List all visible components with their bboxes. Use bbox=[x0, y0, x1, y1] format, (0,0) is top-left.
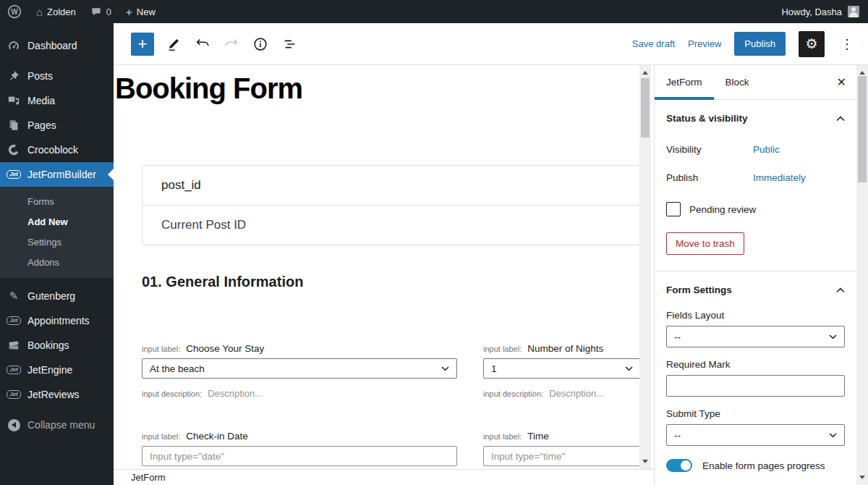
close-icon[interactable]: ✕ bbox=[837, 75, 846, 89]
details-info-button[interactable] bbox=[251, 35, 270, 54]
new-content-menu[interactable]: + New bbox=[119, 0, 163, 23]
user-avatar[interactable] bbox=[848, 6, 859, 17]
jet-appointments-icon: Jet bbox=[0, 316, 27, 325]
scroll-up-arrow[interactable] bbox=[859, 71, 865, 75]
jetreviews-icon: Jet bbox=[0, 390, 27, 399]
tab-jetform[interactable]: JetForm bbox=[655, 65, 714, 100]
pin-icon bbox=[0, 69, 27, 83]
check-in-date-input[interactable] bbox=[142, 446, 457, 466]
fields-layout-select[interactable]: -- bbox=[666, 326, 845, 347]
sidebar-item-dashboard[interactable]: Dashboard bbox=[0, 33, 114, 58]
publish-label: Publish bbox=[666, 172, 753, 183]
sidebar-item-media[interactable]: Media bbox=[0, 88, 114, 113]
canvas-scrollbar[interactable] bbox=[639, 65, 651, 469]
svg-text:W: W bbox=[11, 8, 18, 16]
sidebar-item-pages[interactable]: Pages bbox=[0, 113, 114, 138]
sidebar-item-jetengine[interactable]: Jet JetEngine bbox=[0, 358, 114, 382]
time-input[interactable] bbox=[483, 446, 641, 466]
sidebar-item-bookings[interactable]: Bookings bbox=[0, 333, 114, 358]
field-description-placeholder[interactable]: Description... bbox=[549, 388, 604, 399]
jetformbuilder-icon: Jet bbox=[0, 170, 27, 179]
more-options-button[interactable]: ⋮ bbox=[838, 36, 856, 52]
block-inserter-button[interactable]: + bbox=[131, 33, 154, 56]
collapse-arrow-icon bbox=[0, 419, 27, 431]
field-label[interactable]: Choose Your Stay bbox=[186, 343, 264, 354]
status-visibility-header[interactable]: Status & visibility bbox=[666, 110, 845, 127]
editor-canvas: Booking Form post_id Current Post ID 01.… bbox=[114, 65, 639, 469]
scrollbar-thumb[interactable] bbox=[641, 78, 650, 138]
field-number-of-nights: input label: Number of Nights 1 input de… bbox=[483, 343, 641, 399]
editor-toolbar: + Save draft Preview Publish ⚙ ⋮ bbox=[114, 23, 868, 65]
choose-your-stay-select[interactable]: At the beach bbox=[142, 358, 457, 379]
edit-mode-tool-button[interactable] bbox=[164, 35, 183, 54]
chevron-down-icon bbox=[441, 366, 449, 371]
section-title: Form Settings bbox=[666, 284, 732, 295]
media-icon bbox=[0, 94, 27, 107]
sidebar-item-posts[interactable]: Posts bbox=[0, 64, 114, 88]
move-to-trash-button[interactable]: Move to trash bbox=[666, 232, 744, 255]
sidebar-item-jetformbuilder[interactable]: Jet JetFormBuilder bbox=[0, 162, 114, 187]
input-label-prefix: input label: bbox=[483, 345, 522, 353]
hidden-field-name[interactable]: post_id bbox=[142, 166, 640, 205]
hidden-field-block[interactable]: post_id Current Post ID bbox=[142, 165, 641, 245]
sidebar-item-gutenberg[interactable]: ✎ Gutenberg bbox=[0, 284, 114, 308]
section-heading[interactable]: 01. General Information bbox=[142, 274, 303, 290]
hidden-field-preset[interactable]: Current Post ID bbox=[142, 205, 640, 245]
panel-scrollbar[interactable] bbox=[856, 65, 868, 485]
list-view-button[interactable] bbox=[280, 35, 299, 54]
site-name: Zolden bbox=[47, 7, 76, 17]
required-mark-input[interactable] bbox=[666, 375, 845, 397]
field-choose-your-stay: input label: Choose Your Stay At the bea… bbox=[142, 343, 457, 399]
sidebar-item-crocoblock[interactable]: Crocoblock bbox=[0, 138, 114, 162]
scroll-up-arrow[interactable] bbox=[642, 71, 648, 75]
sidebar-item-appointments[interactable]: Jet Appointments bbox=[0, 308, 114, 333]
howdy-user[interactable]: Howdy, Dasha bbox=[781, 7, 842, 17]
field-label[interactable]: Number of Nights bbox=[527, 343, 603, 354]
pending-review-label: Pending review bbox=[689, 204, 756, 215]
sidebar-item-label: Dashboard bbox=[27, 40, 77, 51]
field-label[interactable]: Time bbox=[527, 431, 549, 442]
field-label[interactable]: Check-in Date bbox=[186, 431, 248, 442]
sidebar-item-label: JetEngine bbox=[27, 364, 72, 376]
settings-tabs: JetForm Block ✕ bbox=[655, 65, 856, 100]
jetformbuilder-editor-window: W ⌂ Zolden 0 + New Howdy, Dasha D bbox=[0, 0, 868, 485]
form-pages-progress-toggle[interactable] bbox=[666, 459, 692, 472]
scrollbar-thumb[interactable] bbox=[858, 76, 867, 182]
field-description-placeholder[interactable]: Description... bbox=[208, 388, 263, 399]
publish-button[interactable]: Publish bbox=[734, 32, 786, 56]
visibility-value-button[interactable]: Public bbox=[753, 144, 780, 155]
number-of-nights-select[interactable]: 1 bbox=[483, 358, 641, 379]
pending-review-checkbox[interactable] bbox=[666, 202, 681, 216]
sidebar-item-label: Pages bbox=[27, 119, 56, 131]
collapse-menu-button[interactable]: Collapse menu bbox=[0, 413, 114, 437]
section-title: Status & visibility bbox=[666, 113, 748, 124]
sidebar-item-label: JetFormBuilder bbox=[27, 169, 96, 180]
pages-icon bbox=[0, 119, 27, 132]
form-settings-header[interactable]: Form Settings bbox=[666, 282, 845, 298]
form-title[interactable]: Booking Form bbox=[115, 72, 302, 105]
submenu-item-forms[interactable]: Forms bbox=[0, 191, 114, 211]
wordpress-logo-icon: W bbox=[7, 4, 22, 19]
scroll-down-arrow[interactable] bbox=[642, 460, 648, 463]
wp-logo-menu[interactable]: W bbox=[0, 0, 29, 23]
undo-button[interactable] bbox=[193, 35, 212, 54]
submenu-item-addons[interactable]: Addons bbox=[0, 252, 114, 272]
redo-button[interactable] bbox=[222, 35, 241, 54]
submit-type-select[interactable]: -- bbox=[666, 424, 845, 446]
submenu-item-add-new[interactable]: Add New bbox=[0, 211, 114, 232]
save-draft-button[interactable]: Save draft bbox=[632, 38, 675, 49]
comments-menu[interactable]: 0 bbox=[83, 0, 119, 23]
settings-gear-button[interactable]: ⚙ bbox=[799, 31, 825, 57]
chevron-up-icon bbox=[836, 287, 845, 293]
chevron-up-icon bbox=[836, 116, 845, 122]
tab-block[interactable]: Block bbox=[714, 65, 761, 100]
wp-admin-sidebar: Dashboard Posts Media Pages Crocoblock bbox=[0, 23, 114, 485]
site-menu[interactable]: ⌂ Zolden bbox=[29, 0, 83, 23]
breadcrumb[interactable]: JetForm bbox=[131, 472, 166, 483]
select-value: 1 bbox=[491, 363, 497, 374]
submenu-item-settings[interactable]: Settings bbox=[0, 232, 114, 252]
publish-value-button[interactable]: Immediately bbox=[753, 172, 806, 183]
preview-button[interactable]: Preview bbox=[688, 38, 721, 49]
scroll-down-arrow[interactable] bbox=[859, 476, 865, 479]
sidebar-item-jetreviews[interactable]: Jet JetReviews bbox=[0, 382, 114, 407]
